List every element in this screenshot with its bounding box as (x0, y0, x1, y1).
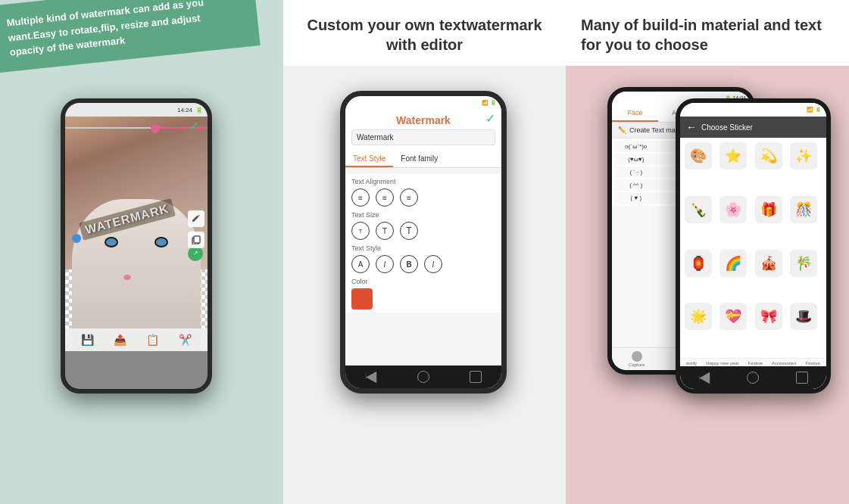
scissors-icon[interactable]: ✂️ (179, 334, 192, 346)
sticker-3[interactable]: 💫 (755, 142, 782, 170)
tab-font-family[interactable]: Font family (393, 151, 445, 167)
sticker-2[interactable]: ⭐ (719, 142, 747, 170)
sticker-16[interactable]: 🎩 (790, 303, 817, 330)
align-left-icon[interactable]: ≡ (351, 188, 370, 207)
cat-eye-left (105, 237, 118, 247)
middle-banner: Custom your own textwatermark with edito… (283, 0, 566, 66)
emoji-10[interactable]: ( ^^ ) (614, 179, 658, 191)
alignment-icons: ≡ ≡ ≡ (351, 188, 495, 207)
emoji-7[interactable]: ( ´·· ) (614, 166, 658, 178)
sticker-15[interactable]: 🎀 (755, 303, 782, 330)
sticker-10[interactable]: 🌈 (719, 250, 747, 277)
color-label: Color (351, 278, 495, 285)
sticker-14[interactable]: 💝 (719, 303, 747, 330)
sticker-6[interactable]: 🌸 (719, 196, 747, 223)
share-icon[interactable]: 📤 (114, 334, 126, 346)
sticker-12[interactable]: 🎋 (790, 250, 817, 277)
slider-handle-pink[interactable] (151, 124, 160, 133)
tab-face[interactable]: Face (612, 105, 658, 122)
front-phone-screen: 📶 🔋 ← Choose Sticker 🎨 ⭐ 💫 ✨ 🍾 🌸 🎁 🎊 🏮 🌈… (680, 103, 826, 389)
sticker-1[interactable]: 🎨 (685, 142, 712, 170)
copy-tool-icon[interactable] (188, 232, 204, 248)
back-arrow-icon[interactable]: ← (686, 121, 697, 133)
middle-phone: 📶 🔋 ✓ Watermark Watermark Text Style Fon… (340, 91, 507, 394)
middle-app-header: Watermark Watermark (345, 110, 501, 151)
emoji-1[interactable]: o(´ω`*)o (614, 141, 658, 152)
sticker-header: ← Choose Sticker (680, 117, 826, 138)
sticker-5[interactable]: 🍾 (685, 196, 712, 223)
front-home-btn[interactable] (747, 372, 759, 384)
style-content: Text Alignment ≡ ≡ ≡ Text Size T T T Tex… (345, 174, 501, 313)
capture-tab[interactable]: Capture (629, 351, 645, 367)
size-medium-icon[interactable]: T (376, 222, 394, 240)
recent-button[interactable] (470, 371, 482, 383)
size-large-icon[interactable]: T (400, 222, 418, 240)
cat-eye-right (155, 237, 168, 247)
middle-banner-content: Custom your own textwatermark with edito… (307, 17, 542, 53)
size-icons: T T T (351, 222, 495, 240)
emoji-13[interactable]: ( ♥ ) (614, 192, 658, 204)
app-title: Watermark (351, 114, 495, 126)
sticker-13[interactable]: 🌟 (685, 303, 712, 330)
style-icons: A I B I (351, 255, 495, 273)
front-back-btn[interactable] (699, 372, 710, 384)
front-nav-bar (680, 366, 826, 389)
cat-nose (123, 275, 131, 280)
battery-icon: 🔋 (195, 107, 203, 114)
emoji-4[interactable]: (♥ω♥) (614, 154, 658, 165)
middle-status-icons: 📶 🔋 (482, 100, 497, 106)
pencil-icon: ✏️ (618, 126, 626, 134)
left-phone-screen: 14:24 🔋 ✓ WATERMARK (65, 103, 208, 389)
watermark-input[interactable]: Watermark (351, 129, 495, 145)
status-time: 14:24 (177, 107, 192, 114)
middle-banner-text: Custom your own textwatermark with edito… (298, 15, 551, 54)
status-bar: 14:24 🔋 (65, 103, 208, 117)
cat-happy: Happy new year (706, 361, 738, 366)
cat-festive: Festive (748, 361, 763, 366)
sticker-9[interactable]: 🏮 (685, 250, 712, 277)
capture-icon (632, 351, 642, 362)
color-swatch[interactable] (351, 288, 373, 310)
opacity-slider[interactable] (65, 127, 208, 129)
sticker-8[interactable]: 🎊 (790, 196, 817, 223)
middle-panel: Custom your own textwatermark with edito… (283, 0, 566, 504)
image-area: WATERMARK ↗ (65, 117, 208, 351)
export-icon[interactable]: 📋 (146, 334, 159, 346)
right-banner: Many of build-in material and text for y… (566, 0, 849, 66)
style-italic-icon[interactable]: I (376, 255, 394, 273)
cat-family: amily (686, 361, 697, 366)
bottom-toolbar: 💾 📤 📋 ✂️ (65, 328, 208, 351)
front-status-bar: 📶 🔋 (680, 103, 826, 117)
size-small-icon[interactable]: T (351, 222, 370, 240)
text-style-label: Text Style (351, 244, 495, 252)
save-icon[interactable]: 💾 (81, 334, 94, 346)
alignment-label: Text Alignment (351, 178, 495, 185)
tab-text-style[interactable]: Text Style (345, 151, 393, 167)
style-bold-icon[interactable]: B (400, 255, 418, 273)
style-bold-italic-icon[interactable]: I (424, 255, 442, 273)
back-button[interactable] (366, 371, 377, 383)
middle-phone-screen: 📶 🔋 ✓ Watermark Watermark Text Style Fon… (345, 96, 501, 388)
home-button[interactable] (417, 371, 429, 383)
right-toolbar (188, 210, 204, 248)
style-tabs: Text Style Font family (345, 151, 501, 168)
sticker-11[interactable]: 🎪 (755, 250, 782, 277)
cat-accessories: Accessories (772, 361, 796, 366)
pencil-tool-icon[interactable] (188, 210, 204, 227)
middle-status-bar: 📶 🔋 (345, 96, 501, 110)
left-phone: 14:24 🔋 ✓ WATERMARK (61, 98, 212, 394)
front-recent-btn[interactable] (796, 372, 808, 384)
middle-checkmark[interactable]: ✓ (485, 111, 495, 126)
sticker-title: Choose Sticker (701, 123, 753, 132)
svg-rect-1 (194, 236, 200, 243)
align-right-icon[interactable]: ≡ (400, 188, 418, 207)
middle-nav-bar (345, 366, 501, 388)
align-center-icon[interactable]: ≡ (376, 188, 394, 207)
sticker-grid: 🎨 ⭐ 💫 ✨ 🍾 🌸 🎁 🎊 🏮 🌈 🎪 🎋 🌟 💝 🎀 🎩 (680, 138, 826, 358)
checkmark-icon[interactable]: ✓ (189, 118, 200, 135)
sticker-4[interactable]: ✨ (790, 142, 817, 170)
front-status-icons: 📶 🔋 (807, 107, 822, 113)
style-normal-icon[interactable]: A (351, 255, 370, 273)
sticker-7[interactable]: 🎁 (755, 196, 782, 223)
size-label: Text Size (351, 211, 495, 219)
